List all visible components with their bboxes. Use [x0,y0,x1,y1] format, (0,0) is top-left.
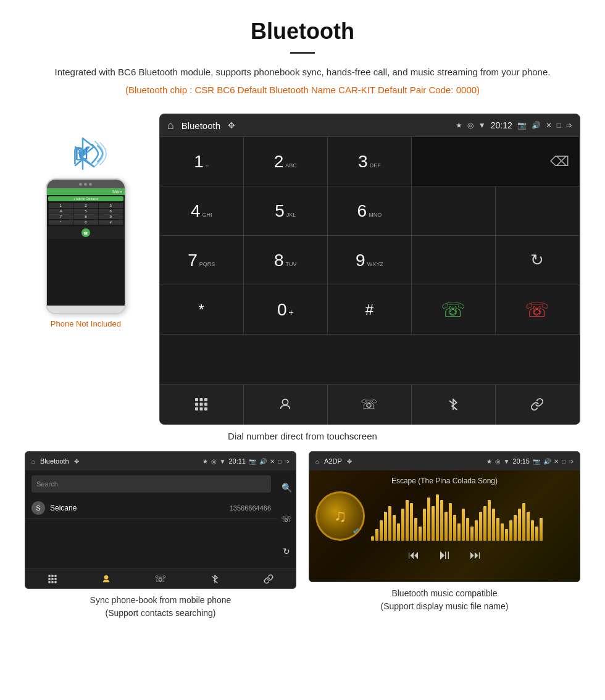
svg-rect-12 [204,398,207,401]
page-header: Bluetooth Integrated with BC6 Bluetooth … [0,0,605,114]
window-icon: □ [557,121,561,130]
viz-bar [475,520,478,541]
pb-refresh-right-icon[interactable]: ↻ [279,544,294,559]
pb-phone-right-icon[interactable]: ☏ [277,512,296,527]
key-5[interactable]: 5 JKL [244,186,328,236]
pb-back-icon[interactable]: ➩ [285,458,290,465]
end-call-button[interactable]: ☏ [496,285,580,335]
viz-bar [436,494,439,541]
close-icon[interactable]: ✕ [546,121,552,130]
pb-search-right-icon[interactable]: 🔍 [278,480,296,495]
viz-bar [518,509,521,541]
viz-bar [388,506,391,541]
pb-body: Search S Seicane 13566664466 🔍 ☏ ↻ [25,470,296,569]
key-8[interactable]: 8 TUV [244,236,328,285]
music-album-art: ♫ ✔ [315,491,365,541]
phonebook-caption-line1: Sync phone-book from mobile phone [90,595,232,605]
pb-x-icon[interactable]: ✕ [270,458,275,465]
key-3[interactable]: 3 DEF [328,137,412,186]
bluetooth-bottom-button[interactable] [412,385,496,424]
phone-key-5: 5 [73,209,98,214]
pb-link-btn[interactable] [241,573,296,585]
music-body: Escape (The Pina Colada Song) ♫ ✔ ⏮ ⏯ ⏭ [309,470,580,581]
svg-line-6 [83,159,94,167]
a2dp-win-icon: □ [562,458,565,465]
pb-right-icons: 🔍 ☏ ↻ [277,470,296,569]
refresh-button[interactable]: ↻ [496,236,580,285]
a2dp-time: 20:15 [512,457,530,465]
svg-rect-33 [51,581,53,583]
call-red-icon: ☏ [525,298,549,322]
pb-sig-icon: ▼ [220,458,226,465]
key-0[interactable]: 0 + [244,285,328,335]
a2dp-status-bar: ⌂ A2DP ✥ ★ ◎ ▼ 20:15 📷 🔊 ✕ □ ➩ [309,452,580,470]
a2dp-status-right: ★ ◎ ▼ 20:15 📷 🔊 ✕ □ ➩ [486,457,574,465]
key-empty-r2c4 [412,186,496,236]
pb-phone-btn[interactable]: ☏ [133,573,188,585]
key-7[interactable]: 7 PQRS [160,236,244,285]
key-empty-r2c5 [496,186,580,236]
pb-bt-btn[interactable] [188,573,242,585]
link-bottom-button[interactable] [496,385,580,424]
pb-home-icon[interactable]: ⌂ [31,458,35,465]
a2dp-title: A2DP [324,457,342,465]
back-icon[interactable]: ➩ [566,121,572,130]
viz-bar [462,509,465,541]
dialpad-button[interactable] [160,385,244,424]
a2dp-back-icon[interactable]: ➩ [569,458,574,465]
svg-rect-30 [51,578,53,580]
viz-bar [393,515,396,541]
status-right: ★ ◎ ▼ 20:12 📷 🔊 ✕ □ ➩ [456,120,572,130]
key-6[interactable]: 6 MNO [328,186,412,236]
bluetooth-waves-container: ✔ ₪ β [64,132,107,175]
screenshots-row: ⌂ Bluetooth ✥ ★ ◎ ▼ 20:11 📷 🔊 ✕ □ ➩ [0,451,605,620]
pb-title: Bluetooth [40,457,69,465]
viz-bar [535,527,538,541]
pb-status-bar: ⌂ Bluetooth ✥ ★ ◎ ▼ 20:11 📷 🔊 ✕ □ ➩ [25,452,296,470]
music-visualizer [371,491,574,541]
page-title: Bluetooth [37,19,568,44]
pb-cam-icon: 📷 [249,458,256,465]
home-icon[interactable]: ⌂ [167,119,174,132]
phone-key-0: 0 [73,220,98,225]
call-button[interactable]: ☏ [412,285,496,335]
prev-track-button[interactable]: ⏮ [408,549,419,562]
pb-link-icon [264,574,273,584]
pb-search-bar[interactable]: Search [31,475,271,493]
svg-rect-10 [195,398,198,401]
play-pause-button[interactable]: ⏯ [438,547,451,563]
key-hash[interactable]: # [328,285,412,335]
keypad-area: 1 ◦◦ 2 ABC 3 DEF ⌫ [160,136,580,384]
a2dp-home-icon[interactable]: ⌂ [315,458,319,465]
backspace-icon[interactable]: ⌫ [550,154,569,170]
phone-key-9: 9 [99,214,123,219]
pb-usb-icon: ✥ [74,458,79,465]
a2dp-screenshot: ⌂ A2DP ✥ ★ ◎ ▼ 20:15 📷 🔊 ✕ □ ➩ E [309,451,580,582]
viz-bar [527,512,530,541]
contacts-bottom-button[interactable] [244,385,328,424]
key-empty-r3c4 [412,236,496,285]
phone-key-6: 6 [99,209,123,214]
dialpad-icon [194,397,209,412]
key-9[interactable]: 9 WXYZ [328,236,412,285]
usb-icon: ✥ [228,120,235,130]
pb-person-btn[interactable] [80,573,134,585]
key-star[interactable]: * [160,285,244,335]
svg-rect-29 [48,578,50,580]
pb-bottom-bar: ☏ [25,569,296,588]
pb-contact-row[interactable]: S Seicane 13566664466 [25,498,277,519]
key-2[interactable]: 2 ABC [244,137,328,186]
phone-add-contact: + Add to Contacts [48,196,123,201]
phone-bottom-button[interactable]: ☏ [328,385,412,424]
viz-bar [449,503,452,541]
viz-bar [375,529,378,541]
svg-rect-18 [204,407,207,410]
next-track-button[interactable]: ⏭ [470,549,481,562]
pb-dialpad-btn[interactable] [25,573,80,585]
key-1[interactable]: 1 ◦◦ [160,137,244,186]
viz-bar [453,515,456,541]
a2dp-x-icon[interactable]: ✕ [554,458,559,465]
key-4[interactable]: 4 GHI [160,186,244,236]
a2dp-caption-line1: Bluetooth music compatible [391,588,497,598]
phone-screen-content: + Add to Contacts 1 2 3 4 5 6 7 8 9 * 0 … [47,195,125,227]
